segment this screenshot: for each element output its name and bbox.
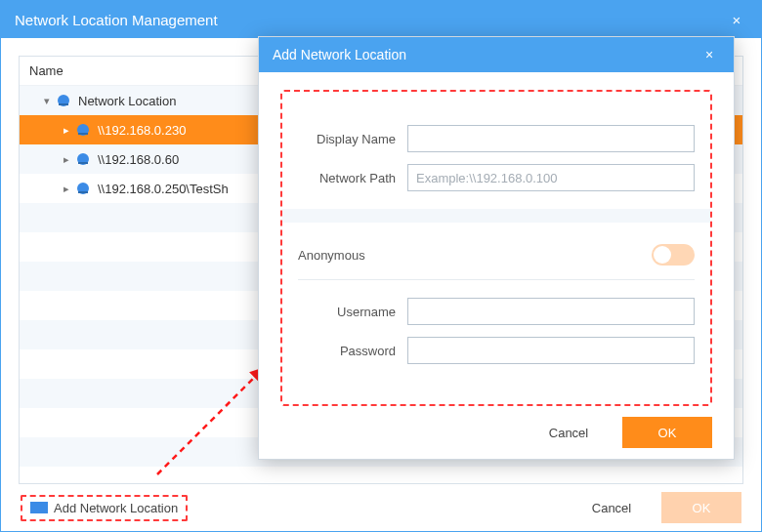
tree-item-label: \\192.168.0.60 (98, 152, 179, 167)
display-name-label: Display Name (298, 132, 407, 146)
add-location-icon (30, 502, 48, 513)
ok-button[interactable]: OK (661, 492, 741, 523)
tree-item-label: \\192.168.0.250\TestSh (98, 182, 229, 196)
chevron-right-icon[interactable]: ▸ (59, 153, 74, 166)
window-title: Network Location Management (15, 12, 726, 28)
network-icon (74, 121, 92, 139)
main-titlebar: Network Location Management × (1, 1, 761, 38)
divider (298, 279, 695, 280)
network-path-row: Network Path (298, 164, 695, 191)
tree-item-label: \\192.168.0.230 (98, 123, 186, 138)
modal-footer: Cancel OK (259, 406, 734, 459)
modal-titlebar: Add Network Location × (259, 37, 734, 72)
username-row: Username (298, 298, 695, 325)
close-icon[interactable]: × (726, 12, 747, 28)
anonymous-toggle[interactable] (652, 244, 695, 266)
main-footer: Add Network Location Cancel OK (1, 484, 761, 531)
svg-rect-1 (59, 103, 68, 105)
ok-button[interactable]: OK (622, 417, 712, 448)
chevron-down-icon[interactable]: ▾ (39, 95, 55, 107)
section-divider (282, 209, 710, 223)
modal-body: Display Name Network Path Anonymous User… (259, 72, 734, 406)
network-icon (74, 150, 92, 168)
network-icon (55, 92, 72, 109)
username-label: Username (298, 305, 407, 319)
password-row: Password (298, 337, 695, 364)
password-label: Password (298, 344, 407, 358)
network-icon (74, 180, 92, 197)
chevron-right-icon[interactable]: ▸ (59, 183, 74, 195)
username-input[interactable] (407, 298, 695, 325)
cancel-button[interactable]: Cancel (529, 417, 609, 448)
svg-rect-7 (78, 191, 88, 193)
display-name-row: Display Name (298, 125, 695, 152)
tree-root-label: Network Location (78, 94, 176, 108)
anonymous-label: Anonymous (298, 248, 652, 263)
chevron-right-icon[interactable]: ▸ (59, 124, 74, 137)
anonymous-row: Anonymous (298, 240, 695, 273)
network-path-label: Network Path (298, 171, 407, 185)
add-location-modal: Add Network Location × Display Name Netw… (258, 36, 735, 460)
modal-title: Add Network Location (273, 47, 698, 62)
svg-rect-3 (78, 133, 88, 135)
add-location-label: Add Network Location (54, 501, 178, 515)
close-icon[interactable]: × (698, 47, 720, 62)
network-path-input[interactable] (407, 164, 695, 191)
modal-form-highlight: Display Name Network Path Anonymous User… (280, 90, 712, 406)
display-name-input[interactable] (407, 125, 695, 152)
add-network-location-button[interactable]: Add Network Location (21, 495, 188, 521)
cancel-button[interactable]: Cancel (572, 492, 652, 523)
password-input[interactable] (407, 337, 695, 364)
svg-rect-5 (78, 162, 88, 164)
toggle-knob (654, 246, 671, 264)
